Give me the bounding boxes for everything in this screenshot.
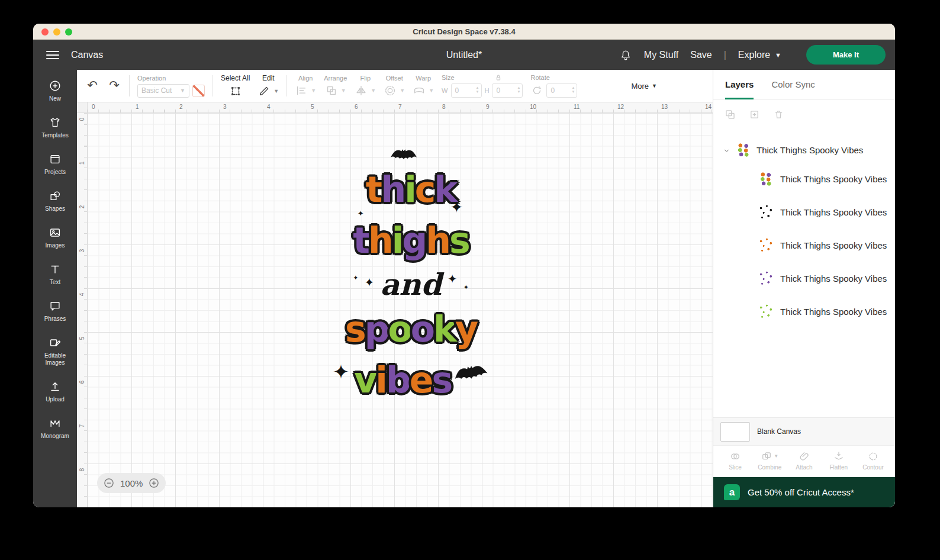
layer-thumbnail xyxy=(758,171,774,186)
notifications-bell-icon[interactable] xyxy=(619,49,632,62)
warp-group[interactable]: Warp ▼ xyxy=(413,75,434,97)
redo-button[interactable]: ↷ xyxy=(107,79,121,93)
sidebar-item-shapes[interactable]: Shapes xyxy=(33,182,77,219)
artwork-letter: t xyxy=(353,223,368,258)
close-window-button[interactable] xyxy=(41,28,49,36)
sidebar-item-new[interactable]: New xyxy=(33,72,77,109)
sidebar-item-editable-images[interactable]: Editable Images xyxy=(33,329,77,373)
tool-attach[interactable]: Attach xyxy=(788,450,820,471)
size-group: Size W ▲▼ H ▲▼ xyxy=(442,74,523,98)
ruler-number: 1 xyxy=(79,159,85,168)
layer-group-label: Thick Thighs Spooky Vibes xyxy=(756,145,863,155)
operation-select[interactable]: Basic Cut ▼ xyxy=(137,84,189,98)
tool-label: Combine xyxy=(758,464,781,471)
edit-pencil-icon[interactable] xyxy=(257,85,271,98)
tab-layers[interactable]: Layers xyxy=(725,70,754,99)
height-stepper[interactable]: ▲▼ xyxy=(517,86,521,94)
sidebar-item-text[interactable]: Text xyxy=(33,256,77,292)
flip-group[interactable]: Flip ▼ xyxy=(355,75,376,97)
arrange-group[interactable]: Arrange ▼ xyxy=(324,75,347,97)
layer-row[interactable]: Thick Thighs Spooky Vibes xyxy=(713,162,895,195)
tool-contour[interactable]: Contour xyxy=(857,450,889,471)
sparkle-icon: ✦ xyxy=(353,275,358,281)
zoom-in-icon[interactable] xyxy=(148,477,160,489)
offset-group[interactable]: Offset ▼ xyxy=(384,75,405,97)
layers-list: Thick Thighs Spooky VibesThick Thighs Sp… xyxy=(713,129,895,417)
layer-row[interactable]: Thick Thighs Spooky Vibes xyxy=(713,195,895,228)
sidebar-item-upload[interactable]: Upload xyxy=(33,373,77,410)
sidebar-item-label: Editable Images xyxy=(34,352,76,366)
menu-icon[interactable] xyxy=(46,51,59,59)
select-all-icon[interactable] xyxy=(229,85,242,98)
artwork-letter: s xyxy=(345,311,365,347)
ruler-row: 01234567891011121314 xyxy=(77,102,713,113)
ruler-number: 5 xyxy=(79,334,85,343)
blank-canvas-swatch[interactable] xyxy=(720,422,750,442)
tool-flatten[interactable]: Flatten xyxy=(823,450,855,471)
layer-row[interactable]: Thick Thighs Spooky Vibes xyxy=(713,228,895,262)
layer-row[interactable]: Thick Thighs Spooky Vibes xyxy=(713,295,895,328)
lock-icon[interactable] xyxy=(494,73,503,82)
sidebar-item-monogram[interactable]: Monogram xyxy=(33,410,77,446)
design-artwork[interactable]: thick✦✦✦thighs✦✦and✦✦spooky✦vibes xyxy=(304,149,517,405)
artwork-letter: p xyxy=(365,311,388,347)
undo-button[interactable]: ↶ xyxy=(85,79,99,93)
duplicate-layer-icon[interactable] xyxy=(748,108,761,121)
edit-group[interactable]: Edit ▼ xyxy=(257,74,279,98)
layer-group-row[interactable]: Thick Thighs Spooky Vibes xyxy=(713,137,895,162)
tab-color-sync[interactable]: Color Sync xyxy=(771,70,815,99)
header-divider: | xyxy=(724,50,726,60)
ruler-number: 13 xyxy=(661,104,668,110)
save-link[interactable]: Save xyxy=(690,50,712,60)
layer-group-thumbnail xyxy=(736,142,751,157)
templates-icon xyxy=(49,116,62,129)
offset-icon[interactable] xyxy=(384,84,397,97)
sidebar-item-templates[interactable]: Templates xyxy=(33,109,77,146)
layer-label: Thick Thighs Spooky Vibes xyxy=(780,174,887,184)
select-all-group[interactable]: Select All xyxy=(221,74,250,98)
zoom-window-button[interactable] xyxy=(65,28,72,36)
blank-canvas-row[interactable]: Blank Canvas xyxy=(713,417,895,445)
sidebar-item-images[interactable]: Images xyxy=(33,219,77,256)
tool-label: Flatten xyxy=(829,464,848,471)
images-icon xyxy=(49,226,62,239)
canvas-nav-label[interactable]: Canvas xyxy=(71,50,103,60)
sidebar-item-projects[interactable]: Projects xyxy=(33,146,77,182)
arrange-icon[interactable] xyxy=(325,84,338,97)
upload-icon xyxy=(49,380,62,393)
make-it-button[interactable]: Make It xyxy=(806,45,886,65)
layer-row[interactable]: Thick Thighs Spooky Vibes xyxy=(713,262,895,295)
delete-layer-icon[interactable] xyxy=(772,108,785,121)
ruler-number: 2 xyxy=(179,104,183,110)
rotate-icon[interactable] xyxy=(530,84,543,97)
width-stepper[interactable]: ▲▼ xyxy=(476,86,479,94)
flip-icon[interactable] xyxy=(355,84,368,97)
tool-slice[interactable]: Slice xyxy=(719,450,751,471)
align-group[interactable]: Align ▼ xyxy=(295,75,316,97)
chevron-down-icon: ▼ xyxy=(311,88,316,94)
ruler-number: 3 xyxy=(223,104,227,110)
explore-menu[interactable]: Explore ▼ xyxy=(738,50,781,60)
align-icon[interactable] xyxy=(295,84,308,97)
more-button[interactable]: More ▼ xyxy=(631,82,657,91)
operation-color-swatch[interactable] xyxy=(192,85,205,97)
sparkle-icon: ✦ xyxy=(448,273,458,285)
tool-combine[interactable]: ▼Combine xyxy=(754,450,786,471)
cricut-access-banner[interactable]: a Get 50% off Cricut Access* xyxy=(713,477,895,507)
artwork-letter: k xyxy=(433,311,455,347)
zoom-out-icon[interactable] xyxy=(103,477,115,489)
slice-icon xyxy=(729,450,741,462)
minimize-window-button[interactable] xyxy=(53,28,60,36)
chevron-down-icon[interactable] xyxy=(723,146,730,154)
sidebar-item-phrases[interactable]: Phrases xyxy=(33,292,77,329)
group-layers-icon[interactable] xyxy=(724,108,736,121)
artwork-word: ✦vibes xyxy=(333,355,490,405)
rotate-stepper[interactable]: ▲▼ xyxy=(572,86,575,94)
ruler-number: 6 xyxy=(355,104,358,110)
my-stuff-link[interactable]: My Stuff xyxy=(644,50,678,60)
sparkle-icon: ✦ xyxy=(445,179,452,188)
design-canvas[interactable]: thick✦✦✦thighs✦✦and✦✦spooky✦vibes 100% xyxy=(88,113,713,507)
chevron-down-icon[interactable]: ▼ xyxy=(273,88,279,94)
warp-icon[interactable] xyxy=(413,84,426,97)
ruler-number: 8 xyxy=(79,466,85,474)
